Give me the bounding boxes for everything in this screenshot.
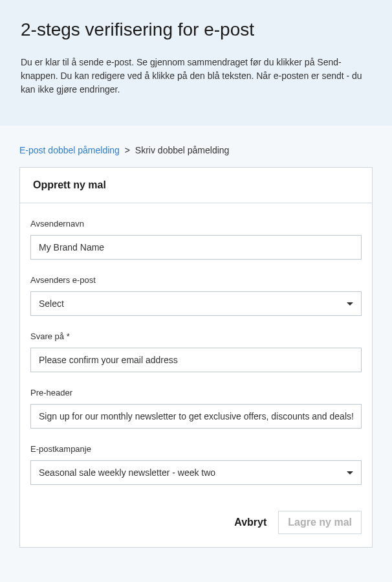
form-group-pre-header: Pre-header (30, 388, 362, 429)
caret-down-icon (347, 471, 353, 475)
sender-email-value: Select (39, 298, 64, 309)
email-campaign-label: E-postkampanje (30, 444, 362, 454)
save-button[interactable]: Lagre ny mal (278, 511, 362, 534)
page-title: 2-stegs verifisering for e-post (21, 19, 371, 40)
reply-to-label: Svare på * (30, 331, 362, 341)
form-card: Opprett ny mal Avsendernavn Avsenders e-… (19, 167, 373, 548)
cancel-button[interactable]: Avbryt (234, 517, 267, 528)
breadcrumb-link[interactable]: E-post dobbel påmelding (19, 145, 120, 155)
sender-email-select[interactable]: Select (30, 291, 362, 316)
form-group-sender-email: Avsenders e-post Select (30, 275, 362, 316)
email-campaign-select[interactable]: Seasonal sale weekly newsletter - week t… (30, 460, 362, 485)
reply-to-input[interactable] (30, 348, 362, 372)
button-row: Avbryt Lagre ny mal (30, 511, 362, 534)
sender-name-input[interactable] (30, 235, 362, 260)
pre-header-label: Pre-header (30, 388, 362, 397)
card-header: Opprett ny mal (20, 168, 372, 203)
breadcrumb-separator: > (125, 145, 130, 155)
page-header: 2-stegs verifisering for e-post Du er kl… (0, 0, 392, 126)
form-group-sender-name: Avsendernavn (30, 219, 362, 260)
form-group-email-campaign: E-postkampanje Seasonal sale weekly news… (30, 444, 362, 485)
breadcrumb: E-post dobbel påmelding > Skriv dobbel p… (19, 145, 373, 155)
email-campaign-value: Seasonal sale weekly newsletter - week t… (39, 467, 215, 478)
card-body: Avsendernavn Avsenders e-post Select Sva… (20, 203, 372, 547)
sender-email-label: Avsenders e-post (30, 275, 362, 285)
card-title: Opprett ny mal (33, 179, 359, 191)
content-section: E-post dobbel påmelding > Skriv dobbel p… (0, 126, 392, 567)
caret-down-icon (347, 302, 353, 306)
pre-header-input[interactable] (30, 404, 362, 429)
form-group-reply-to: Svare på * (30, 331, 362, 372)
page-description: Du er klar til å sende e-post. Se gjenno… (21, 56, 371, 96)
sender-name-label: Avsendernavn (30, 219, 362, 229)
breadcrumb-current: Skriv dobbel påmelding (135, 145, 230, 155)
